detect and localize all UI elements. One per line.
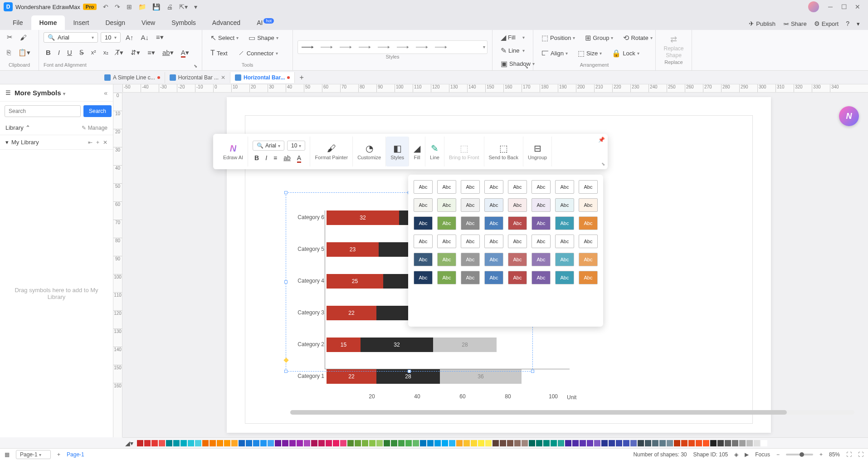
bold-icon[interactable]: B bbox=[44, 47, 53, 58]
open-icon[interactable]: 📁 bbox=[138, 3, 146, 10]
color-swatch[interactable] bbox=[623, 440, 629, 446]
style-swatch[interactable]: Abc bbox=[555, 216, 574, 230]
color-swatch[interactable] bbox=[616, 440, 622, 446]
format-painter-button[interactable]: 🖌 Format Painter bbox=[310, 137, 353, 166]
color-swatch[interactable] bbox=[434, 440, 441, 446]
style-swatch[interactable]: Abc bbox=[461, 198, 480, 212]
style-swatch[interactable]: Abc bbox=[508, 253, 527, 266]
style-swatch[interactable]: Abc bbox=[579, 180, 598, 194]
color-swatch[interactable] bbox=[405, 440, 412, 446]
horizontal-scrollbar[interactable] bbox=[290, 410, 854, 415]
color-swatch[interactable] bbox=[703, 440, 709, 446]
color-swatch[interactable] bbox=[210, 440, 216, 446]
float-align-icon[interactable]: ≡ bbox=[272, 153, 279, 162]
align-button[interactable]: ⫍Align▾ bbox=[538, 47, 571, 59]
lock-button[interactable]: 🔒Lock▾ bbox=[608, 47, 643, 59]
color-swatch[interactable] bbox=[420, 440, 426, 446]
style-swatch[interactable]: Abc bbox=[461, 180, 480, 194]
color-swatch[interactable] bbox=[355, 440, 361, 446]
zoom-level[interactable]: 85% bbox=[829, 451, 840, 458]
user-avatar[interactable] bbox=[808, 1, 819, 12]
color-swatch[interactable] bbox=[681, 440, 688, 446]
color-swatch[interactable] bbox=[493, 440, 499, 446]
color-swatch[interactable] bbox=[572, 440, 579, 446]
close-tab-icon[interactable]: ✕ bbox=[221, 74, 225, 81]
fill-bucket-icon[interactable]: ◢▾ bbox=[125, 440, 133, 447]
style-swatch[interactable]: Abc bbox=[532, 180, 551, 194]
color-swatch[interactable] bbox=[659, 440, 666, 446]
position-button[interactable]: ⬚Position▾ bbox=[538, 32, 579, 44]
color-swatch[interactable] bbox=[667, 440, 673, 446]
color-swatch[interactable] bbox=[202, 440, 209, 446]
color-swatch[interactable] bbox=[587, 440, 593, 446]
customize-button[interactable]: ◔ Customize bbox=[353, 137, 386, 166]
color-swatch[interactable] bbox=[630, 440, 637, 446]
page-grid-icon[interactable]: ▦ bbox=[5, 451, 10, 458]
color-swatch[interactable] bbox=[384, 440, 390, 446]
color-swatch[interactable] bbox=[594, 440, 600, 446]
export-dropdown-icon[interactable]: ⇱▾ bbox=[179, 3, 188, 10]
style-swatch[interactable]: Abc bbox=[437, 271, 456, 284]
underline-icon[interactable]: U bbox=[65, 47, 74, 58]
zoom-out-icon[interactable]: − bbox=[776, 451, 780, 458]
symbol-search-button[interactable]: Search bbox=[83, 105, 112, 117]
italic-icon[interactable]: I bbox=[56, 47, 62, 58]
style-swatch[interactable]: Abc bbox=[508, 180, 527, 194]
color-swatch[interactable] bbox=[173, 440, 180, 446]
color-swatch[interactable] bbox=[536, 440, 542, 446]
color-swatch[interactable] bbox=[514, 440, 521, 446]
style-swatch[interactable]: Abc bbox=[484, 216, 503, 230]
color-swatch[interactable] bbox=[601, 440, 608, 446]
bring-to-front-button[interactable]: ⬚ Bring to Front bbox=[444, 137, 484, 166]
zoom-slider[interactable] bbox=[786, 454, 813, 455]
float-textcase-icon[interactable]: ab bbox=[282, 153, 293, 162]
arrow-style-3[interactable] bbox=[338, 43, 354, 52]
font-grow-icon[interactable]: A↑ bbox=[123, 32, 136, 43]
color-swatch[interactable] bbox=[268, 440, 274, 446]
new-icon[interactable]: ⊞ bbox=[127, 3, 132, 10]
shadow-button[interactable]: ▣Shadow▾ bbox=[497, 58, 528, 70]
line-button[interactable]: ✎Line▾ bbox=[497, 44, 528, 57]
doc-tab-2[interactable]: Horizontal Bar... bbox=[230, 72, 295, 83]
help-button[interactable]: ? bbox=[842, 17, 853, 30]
text-tool[interactable]: TText bbox=[207, 47, 231, 59]
color-swatch[interactable] bbox=[260, 440, 267, 446]
style-swatch[interactable]: Abc bbox=[484, 271, 503, 284]
arrow-style-7[interactable] bbox=[414, 43, 430, 52]
color-swatch[interactable] bbox=[231, 440, 238, 446]
page-link[interactable]: Page-1 bbox=[67, 451, 84, 458]
add-lib-icon[interactable]: + bbox=[96, 139, 99, 146]
color-swatch[interactable] bbox=[696, 440, 702, 446]
style-swatch[interactable]: Abc bbox=[555, 271, 574, 284]
size-button[interactable]: ⬚Size▾ bbox=[574, 47, 605, 59]
color-swatch[interactable] bbox=[326, 440, 332, 446]
color-swatch[interactable] bbox=[151, 440, 158, 446]
style-swatch[interactable]: Abc bbox=[508, 271, 527, 284]
color-swatch[interactable] bbox=[282, 440, 288, 446]
color-swatch[interactable] bbox=[463, 440, 470, 446]
copy-icon[interactable]: ⎘ bbox=[5, 47, 13, 58]
menu-symbols[interactable]: Symbols bbox=[163, 15, 204, 30]
ungroup-button[interactable]: ⊟ Ungroup bbox=[523, 137, 552, 166]
float-font-combo[interactable]: 🔍Arial▾ bbox=[253, 141, 284, 151]
style-swatch[interactable]: Abc bbox=[414, 198, 433, 212]
expand-icon[interactable]: ⬊ bbox=[601, 161, 605, 166]
style-swatch[interactable]: Abc bbox=[532, 271, 551, 284]
superscript-icon[interactable]: x² bbox=[89, 48, 98, 57]
menu-ai[interactable]: AIhot bbox=[249, 15, 281, 30]
paste-icon[interactable]: 📋▾ bbox=[16, 47, 33, 58]
bullets-icon[interactable]: ≡▾ bbox=[145, 47, 157, 58]
color-swatch[interactable] bbox=[456, 440, 463, 446]
color-swatch[interactable] bbox=[413, 440, 419, 446]
fit-page-icon[interactable]: ⛶ bbox=[846, 451, 852, 458]
color-swatch[interactable] bbox=[239, 440, 245, 446]
color-swatch[interactable] bbox=[609, 440, 615, 446]
redo-icon[interactable]: ↷ bbox=[115, 3, 120, 10]
text-clear-icon[interactable]: T̸▾ bbox=[113, 47, 126, 58]
align-left-icon[interactable]: ≡▾ bbox=[154, 32, 166, 43]
color-swatch[interactable] bbox=[398, 440, 405, 446]
strike-icon[interactable]: S̶ bbox=[77, 47, 86, 58]
style-swatch[interactable]: Abc bbox=[508, 216, 527, 230]
handle-ml[interactable] bbox=[284, 280, 288, 284]
style-swatch[interactable]: Abc bbox=[437, 235, 456, 248]
